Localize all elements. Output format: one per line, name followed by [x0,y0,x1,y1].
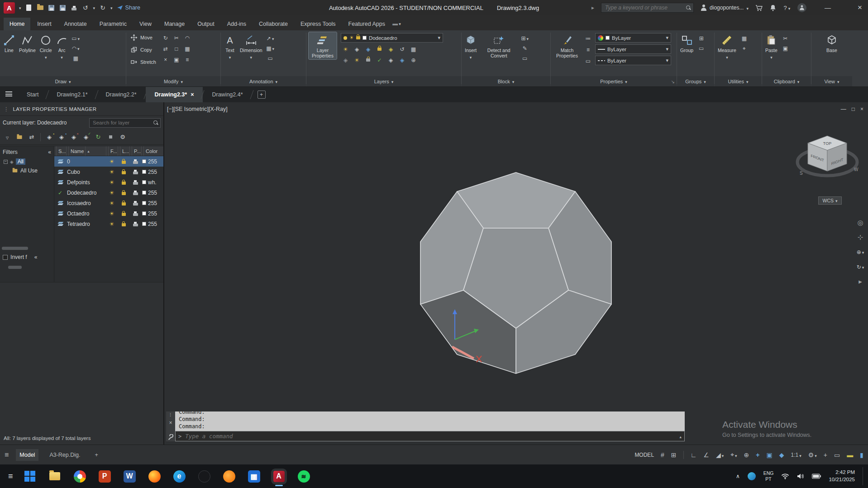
layer-search-input[interactable] [92,120,151,126]
command-input[interactable] [184,432,677,440]
arc-caret-icon[interactable] [61,54,63,60]
command-popup-chevron-icon[interactable] [679,433,682,440]
lock-icon[interactable] [122,202,126,206]
color-swatch[interactable] [142,170,146,174]
hatch-tool-button[interactable] [71,54,81,62]
layer-merge-button[interactable] [409,56,418,64]
quick-calc-button[interactable] [739,34,749,43]
plot-icon[interactable] [133,203,138,206]
layer-settings-button[interactable] [119,133,126,141]
dodecahedron-drawing[interactable] [164,102,868,445]
command-history[interactable]: Command: Command: Command: [175,411,685,431]
delete-layer-button[interactable]: × [70,133,77,141]
ribbon-tab-manage[interactable]: Manage [158,18,191,30]
text-tool-button[interactable]: A Text [223,32,237,61]
filter-tree-root[interactable]: − All [0,157,54,166]
battery-icon[interactable] [812,474,821,479]
layer-row-octaedro[interactable]: Octaedro 255 [54,208,163,219]
column-freeze[interactable]: F... [106,146,118,156]
orange-app-icon[interactable] [223,470,235,483]
annotation-scale-button[interactable]: 1:1 [791,451,801,459]
leader-tool-button[interactable]: ↗ [266,34,275,43]
text-caret-icon[interactable] [229,54,231,60]
snap-mode-button[interactable] [671,451,677,459]
plot-icon[interactable] [133,192,138,195]
ribbon-tab-express-tools[interactable]: Express Tools [295,18,342,30]
layer-row-defpoints[interactable]: Defpoints wh. [54,177,163,187]
object-color-combo[interactable]: ByLayer [595,33,671,43]
layer-combo-caret-icon[interactable] [438,35,440,41]
palette-titlebar[interactable]: LAYER PROPERTIES MANAGER [0,102,163,116]
explode-tool-button[interactable] [171,55,182,64]
filters-hscrollbar[interactable] [2,247,28,250]
customization-button[interactable] [860,451,863,459]
avatar-button[interactable] [797,3,806,12]
layer-search-icon[interactable] [153,120,158,125]
erase-tool-button[interactable] [160,55,171,64]
new-layout-button[interactable]: + [91,449,101,461]
measure-caret-icon[interactable] [726,54,728,60]
autocad-logo[interactable]: A [4,2,15,14]
table-tool-button[interactable] [266,44,275,53]
open-file-button[interactable] [37,4,44,12]
linetype-caret-icon[interactable] [666,57,668,63]
color-swatch[interactable] [142,191,146,195]
new-property-filter-button[interactable] [4,133,11,141]
doc-close-icon[interactable] [860,106,863,112]
rectangle-tool-button[interactable] [71,34,81,43]
stretch-tool-button[interactable]: Stretch [129,57,158,67]
properties-list3-button[interactable] [583,57,593,65]
viewport-controls-label[interactable]: [−][SE Isometric][X-Ray] [167,106,228,112]
file-tab-drawing24[interactable]: Drawing2.4* [203,87,252,102]
close-tab-icon[interactable] [191,91,194,98]
new-group-filter-button[interactable] [16,133,23,141]
volume-icon[interactable] [797,473,804,479]
ribbon-tab-view[interactable]: View [134,18,157,30]
measure-tool-button[interactable]: Measure [717,32,737,61]
tray-expand-icon[interactable] [736,473,740,479]
clipboard-panel-label[interactable]: Clipboard [762,76,811,86]
copy-tool-button[interactable]: Copy [129,44,158,55]
file-explorer-icon[interactable] [49,470,61,483]
ribbon-tab-collaborate[interactable]: Collaborate [253,18,294,30]
hardware-acceleration-button[interactable] [834,451,840,459]
object-snap-tracking-button[interactable] [744,451,749,459]
lock-icon[interactable] [122,161,126,164]
column-status[interactable]: S... [54,146,66,156]
workspace-switching-button[interactable] [808,451,817,459]
toggle-override-button[interactable] [107,133,114,141]
dark-app-icon[interactable] [198,470,210,483]
linetype-combo[interactable]: ByLayer [595,56,671,65]
doc-minimize-icon[interactable] [841,106,846,112]
mirror-tool-button[interactable]: ⇄ [160,44,171,53]
close-button[interactable] [856,4,863,12]
layer-state-button[interactable] [409,45,418,53]
layer-match-button[interactable] [386,45,396,53]
ellipse-tool-button[interactable] [71,44,81,53]
clock[interactable]: 2:42 PM 10/21/2025 [829,469,855,483]
layer-properties-button[interactable]: Layer Properties [309,32,337,59]
properties-list-button[interactable] [583,34,593,43]
layer-freeze-button[interactable] [363,45,373,53]
array-tool-button[interactable] [182,44,193,53]
detect-convert-button[interactable]: Detect and Convert [480,32,518,59]
modify-more-button[interactable] [182,55,193,64]
layer-unisolate-button[interactable] [341,56,350,64]
filter-tree-child[interactable]: All Use [0,166,54,175]
command-grip-icon[interactable] [168,412,173,417]
new-layer-vp-frozen-button[interactable]: • [58,133,65,141]
layer-prev-button[interactable] [397,45,407,53]
status-menu-button[interactable] [5,451,9,459]
ortho-mode-button[interactable] [691,451,697,459]
color-swatch[interactable] [142,211,146,215]
block-attributes-button[interactable] [520,54,529,62]
line-tool-button[interactable]: Line [2,32,16,54]
object-snap-button[interactable] [730,451,737,459]
keyword-search-input[interactable] [604,4,683,11]
spotify-icon[interactable]: ≋ [298,470,310,483]
color-swatch[interactable] [142,180,146,184]
layer-off-button[interactable] [341,45,350,53]
app-store-button[interactable] [755,4,763,12]
dimension-caret-icon[interactable] [250,54,253,60]
word-icon[interactable]: W [124,470,136,483]
